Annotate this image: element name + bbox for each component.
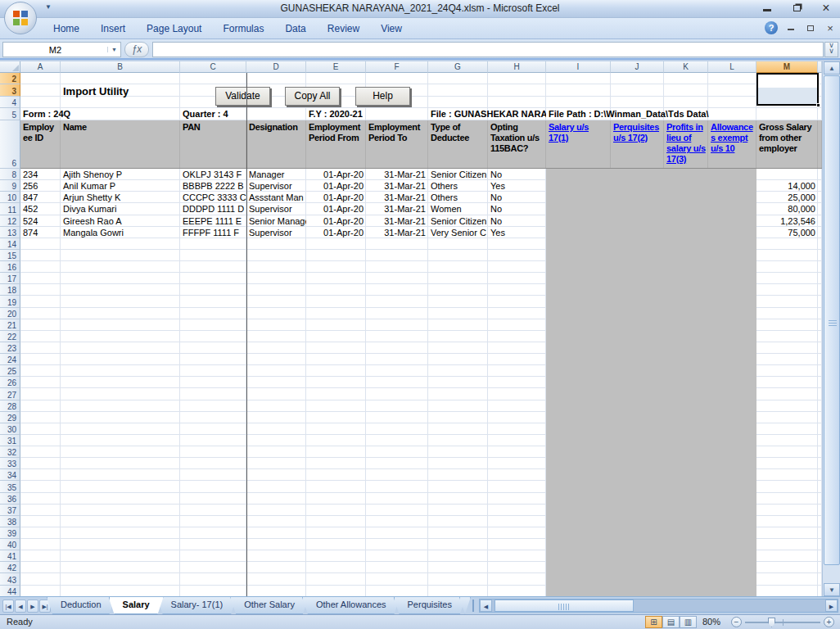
cell[interactable]: [366, 296, 428, 306]
row-header-15[interactable]: 15: [0, 250, 20, 261]
cell[interactable]: [306, 73, 366, 84]
row-header-33[interactable]: 33: [0, 458, 20, 469]
cell-D12[interactable]: Senior Manage: [246, 215, 306, 226]
cell[interactable]: [180, 319, 246, 330]
cell[interactable]: [61, 388, 180, 399]
cell-D10[interactable]: Assstant Man: [246, 192, 306, 202]
cell[interactable]: [366, 412, 428, 423]
cell[interactable]: [756, 481, 818, 491]
cell[interactable]: [428, 527, 488, 538]
cell[interactable]: [756, 516, 818, 527]
cell[interactable]: [61, 97, 180, 107]
cell[interactable]: [546, 97, 611, 107]
cell[interactable]: [61, 377, 180, 387]
cell[interactable]: [246, 365, 306, 376]
cell[interactable]: [306, 423, 366, 434]
cell[interactable]: [428, 505, 488, 515]
cell[interactable]: [306, 550, 366, 561]
cell[interactable]: [488, 573, 546, 584]
cell[interactable]: [306, 261, 366, 272]
next-sheet-icon[interactable]: ▶: [27, 600, 38, 613]
cell[interactable]: [246, 319, 306, 330]
cell[interactable]: [306, 308, 366, 319]
cell[interactable]: [756, 505, 818, 515]
cell-M9[interactable]: 14,000: [756, 180, 818, 191]
cell[interactable]: [246, 469, 306, 480]
cell-E9[interactable]: 01-Apr-20: [306, 180, 366, 191]
cell[interactable]: [366, 573, 428, 584]
row-header-39[interactable]: 39: [0, 527, 20, 539]
cell[interactable]: [756, 108, 818, 120]
cell[interactable]: [366, 238, 428, 249]
cell[interactable]: [366, 458, 428, 468]
restore-button[interactable]: [788, 2, 806, 15]
row-header-8[interactable]: 8: [0, 169, 20, 180]
cell-A8[interactable]: 234: [20, 169, 61, 179]
cell[interactable]: [756, 539, 818, 550]
column-header-m[interactable]: M: [756, 61, 818, 73]
cell[interactable]: [180, 284, 246, 295]
cell-G11[interactable]: Women: [428, 203, 488, 214]
workbook-minimize-button[interactable]: [784, 23, 797, 33]
cell[interactable]: [546, 84, 611, 96]
cell-F9[interactable]: 31-Mar-21: [366, 180, 428, 191]
cell[interactable]: [664, 84, 708, 96]
cell[interactable]: [180, 586, 246, 596]
cell[interactable]: [756, 250, 818, 260]
column-header-k[interactable]: K: [664, 61, 708, 73]
cell[interactable]: [246, 446, 306, 457]
cell[interactable]: [488, 273, 546, 283]
row-header-36[interactable]: 36: [0, 493, 20, 505]
cell[interactable]: [366, 586, 428, 596]
cell-F13[interactable]: 31-Mar-21: [366, 227, 428, 238]
cell[interactable]: [246, 250, 306, 260]
cell[interactable]: [20, 516, 61, 527]
cell[interactable]: [756, 238, 818, 249]
cell[interactable]: [246, 493, 306, 504]
cell[interactable]: [246, 562, 306, 572]
cell[interactable]: [61, 284, 180, 295]
cell-M12[interactable]: 1,23,546: [756, 215, 818, 226]
cell[interactable]: [428, 238, 488, 249]
cell[interactable]: [246, 284, 306, 295]
cell[interactable]: [756, 573, 818, 584]
cell[interactable]: [488, 481, 546, 491]
cell[interactable]: [488, 423, 546, 434]
cell-B8[interactable]: Ajith Shenoy P: [61, 169, 180, 179]
cell[interactable]: [61, 250, 180, 260]
cell[interactable]: [428, 516, 488, 527]
ribbon-tab-view[interactable]: View: [370, 20, 413, 38]
cell[interactable]: [756, 308, 818, 319]
cell[interactable]: [180, 238, 246, 249]
cell[interactable]: [488, 73, 546, 84]
cell-K6[interactable]: Profits in lieu of salary u/s 17(3): [664, 120, 708, 168]
cell[interactable]: [306, 539, 366, 550]
validate-button[interactable]: Validate: [215, 87, 270, 106]
cell[interactable]: [246, 273, 306, 283]
cell-B10[interactable]: Arjun Shetty K: [61, 192, 180, 202]
cell[interactable]: [756, 412, 818, 423]
cell[interactable]: [366, 261, 428, 272]
close-button[interactable]: ×: [817, 2, 835, 15]
cell-M10[interactable]: 25,000: [756, 192, 818, 202]
cell[interactable]: [366, 505, 428, 515]
cell[interactable]: [488, 342, 546, 353]
cell-L6[interactable]: Allowances exempt u/s 10: [708, 120, 756, 168]
cell[interactable]: [180, 73, 246, 84]
cell-E11[interactable]: 01-Apr-20: [306, 203, 366, 214]
row-header-41[interactable]: 41: [0, 550, 20, 562]
cell[interactable]: [428, 331, 488, 342]
cell[interactable]: [306, 273, 366, 283]
cell-J6[interactable]: Perquisites u/s 17(2): [611, 120, 664, 168]
ribbon-tab-formulas[interactable]: Formulas: [212, 20, 274, 38]
row-header-10[interactable]: 10: [0, 192, 20, 203]
cell-G5[interactable]: File : GUNASHEKAR NARAY: [428, 108, 546, 120]
cell[interactable]: [20, 308, 61, 319]
vertical-scrollbar[interactable]: ▲ ▼: [822, 61, 840, 596]
workbook-close-button[interactable]: ×: [824, 22, 837, 34]
cell[interactable]: [756, 261, 818, 272]
workbook-restore-button[interactable]: [804, 23, 817, 33]
cell[interactable]: [61, 423, 180, 434]
cell[interactable]: [180, 435, 246, 446]
cell[interactable]: [366, 516, 428, 527]
